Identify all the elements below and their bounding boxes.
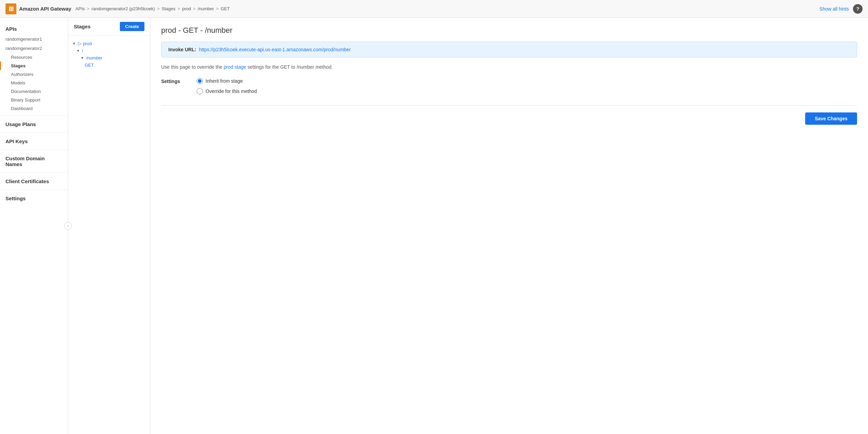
- sidebar-apis-heading[interactable]: APIs: [0, 23, 68, 35]
- breadcrumb-get[interactable]: GET: [221, 6, 230, 11]
- description-text-part1: Use this page to override the: [161, 64, 224, 70]
- settings-label: Settings: [161, 78, 188, 84]
- sidebar-item-authorizers[interactable]: Authorizers: [0, 70, 68, 79]
- tree-item-root[interactable]: ▼ /: [75, 47, 147, 54]
- tree-icon-prod: ▷: [78, 41, 82, 46]
- breadcrumb-number[interactable]: /number: [198, 6, 214, 11]
- sidebar-item-models[interactable]: Models: [0, 79, 68, 87]
- sidebar-divider-4: [0, 173, 68, 173]
- description-text: Use this page to override the prod stage…: [161, 64, 857, 70]
- save-button-container: Save Changes: [161, 112, 857, 125]
- radio-override-label: Override for this method: [206, 89, 257, 94]
- sidebar-item-binary-support[interactable]: Binary Support: [0, 96, 68, 104]
- stage-panel-header: Stages Create: [68, 18, 150, 36]
- tree-arrow-number: ▼: [81, 56, 85, 60]
- sidebar-usage-plans[interactable]: Usage Plans: [0, 119, 68, 130]
- sidebar-divider-3: [0, 150, 68, 150]
- stage-tree: ▼ ▷ prod ▼ / ▼ /number GET: [68, 36, 150, 73]
- invoke-url-link[interactable]: https://p23h5lcoek.execute-api.us-east-1…: [199, 47, 351, 52]
- sidebar-custom-domain-names[interactable]: Custom Domain Names: [0, 153, 68, 170]
- tree-label-root: /: [82, 48, 83, 53]
- tree-item-number[interactable]: ▼ /number: [79, 54, 147, 62]
- stage-panel-title: Stages: [74, 24, 90, 29]
- sidebar-divider-5: [0, 190, 68, 190]
- tree-label-prod: prod: [83, 41, 92, 46]
- breadcrumb-api-name[interactable]: randomgenerator2 (p23h5lcoek): [92, 6, 155, 11]
- prod-stage-link[interactable]: prod stage: [224, 64, 246, 70]
- tree-arrow-prod: ▼: [72, 42, 76, 45]
- topbar: ⊞ Amazon API Gateway APIs > randomgenera…: [0, 0, 868, 18]
- breadcrumb-apis[interactable]: APIs: [75, 6, 85, 11]
- app-logo: ⊞ Amazon API Gateway: [5, 3, 71, 14]
- tree-arrow-root: ▼: [76, 49, 81, 53]
- collapse-panel-button[interactable]: ‹: [64, 222, 72, 230]
- topbar-actions: Show all hints ?: [820, 4, 863, 14]
- sidebar-item-randomgenerator2[interactable]: randomgenerator2: [0, 44, 68, 53]
- radio-override[interactable]: [197, 88, 203, 94]
- sidebar-item-resources[interactable]: Resources: [0, 53, 68, 62]
- page-title: prod - GET - /number: [161, 26, 857, 35]
- description-text-part2: settings for the GET to /number method.: [246, 64, 333, 70]
- aws-logo-icon: ⊞: [5, 3, 16, 14]
- sidebar-divider-1: [0, 116, 68, 116]
- breadcrumb: APIs > randomgenerator2 (p23h5lcoek) > S…: [75, 6, 815, 11]
- save-changes-button[interactable]: Save Changes: [805, 112, 857, 125]
- stage-panel: Stages Create ‹ ▼ ▷ prod ▼ / ▼ /number: [68, 18, 150, 434]
- radio-option-inherit[interactable]: Inherit from stage: [197, 78, 257, 84]
- breadcrumb-prod[interactable]: prod: [182, 6, 191, 11]
- invoke-url-label: Invoke URL:: [168, 47, 196, 52]
- tree-label-get: GET: [85, 63, 94, 68]
- sidebar-settings[interactable]: Settings: [0, 193, 68, 204]
- show-hints-button[interactable]: Show all hints: [820, 6, 849, 12]
- content-area: prod - GET - /number Invoke URL: https:/…: [150, 18, 868, 434]
- tree-label-number: /number: [86, 55, 102, 60]
- sidebar-client-certificates[interactable]: Client Certificates: [0, 176, 68, 187]
- radio-inherit[interactable]: [197, 78, 203, 84]
- radio-group: Inherit from stage Override for this met…: [197, 78, 257, 94]
- sidebar: APIs randomgenerator1 randomgenerator2 R…: [0, 18, 68, 434]
- help-button[interactable]: ?: [853, 4, 863, 14]
- main-layout: APIs randomgenerator1 randomgenerator2 R…: [0, 18, 868, 434]
- breadcrumb-stages[interactable]: Stages: [162, 6, 175, 11]
- sidebar-item-stages[interactable]: Stages: [0, 62, 68, 70]
- create-stage-button[interactable]: Create: [120, 22, 144, 31]
- sidebar-item-documentation[interactable]: Documentation: [0, 87, 68, 96]
- sidebar-item-randomgenerator1[interactable]: randomgenerator1: [0, 35, 68, 44]
- radio-inherit-label: Inherit from stage: [206, 78, 243, 84]
- invoke-url-banner: Invoke URL: https://p23h5lcoek.execute-a…: [161, 42, 857, 57]
- svg-text:⊞: ⊞: [9, 5, 14, 12]
- sidebar-divider-2: [0, 133, 68, 133]
- tree-item-get[interactable]: GET: [83, 62, 147, 69]
- content-divider: [161, 105, 857, 106]
- tree-item-prod[interactable]: ▼ ▷ prod: [71, 40, 147, 47]
- sidebar-item-dashboard[interactable]: Dashboard: [0, 104, 68, 113]
- sidebar-api-keys[interactable]: API Keys: [0, 136, 68, 147]
- radio-option-override[interactable]: Override for this method: [197, 88, 257, 94]
- settings-section: Settings Inherit from stage Override for…: [161, 78, 857, 94]
- app-name: Amazon API Gateway: [19, 6, 71, 12]
